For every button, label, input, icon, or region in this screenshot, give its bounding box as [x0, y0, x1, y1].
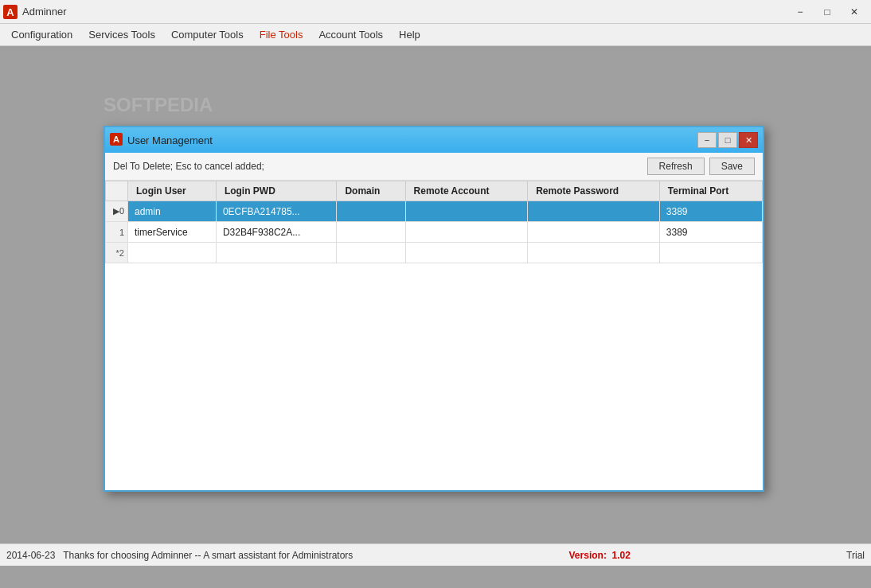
save-button[interactable]: Save: [709, 158, 755, 175]
table-row[interactable]: *2: [106, 243, 763, 263]
dialog-minimize-button[interactable]: −: [697, 132, 717, 148]
table-header-row: Login User Login PWD Domain Remote Accou…: [106, 181, 763, 201]
main-title-bar: A Adminner − □ ✕: [0, 0, 871, 24]
menu-bar: Configuration Services Tools Computer To…: [0, 24, 871, 46]
title-bar-left: A Adminner: [3, 5, 67, 19]
terminal-port-cell[interactable]: 3389: [659, 201, 762, 222]
menu-item-file-tools[interactable]: File Tools: [252, 24, 311, 46]
dialog-table-area: Login User Login PWD Domain Remote Accou…: [105, 181, 763, 490]
terminal-port-cell[interactable]: 3389: [659, 222, 762, 243]
status-date: 2014-06-23: [6, 550, 55, 561]
svg-text:A: A: [113, 134, 119, 144]
menu-item-services-tools[interactable]: Services Tools: [80, 24, 163, 46]
menu-item-configuration[interactable]: Configuration: [3, 24, 80, 46]
login-pwd-cell[interactable]: 0ECFBA214785...: [216, 201, 337, 222]
dialog-title: User Management: [127, 134, 213, 146]
login-pwd-cell[interactable]: D32B4F938C2A...: [216, 222, 337, 243]
table-row[interactable]: ▶0admin0ECFBA214785...3389: [106, 201, 763, 222]
remote-password-cell[interactable]: [528, 222, 660, 243]
remote-password-cell[interactable]: [528, 243, 660, 263]
col-header-domain: Domain: [337, 181, 405, 201]
svg-text:A: A: [6, 6, 14, 18]
remote-account-cell[interactable]: [405, 222, 528, 243]
menu-item-help[interactable]: Help: [391, 24, 428, 46]
version-label: Version:: [569, 550, 607, 561]
col-header-login-user: Login User: [128, 181, 217, 201]
dialog-title-left: A User Management: [110, 133, 213, 148]
menu-item-account-tools[interactable]: Account Tools: [311, 24, 391, 46]
menu-item-computer-tools[interactable]: Computer Tools: [163, 24, 252, 46]
remote-account-cell[interactable]: [405, 201, 528, 222]
status-version: Version: 1.02: [569, 550, 631, 561]
row-indicator-cell[interactable]: 1: [106, 222, 128, 243]
main-content: SOFTPEDIA A User Management − □ ✕ D: [0, 46, 871, 566]
domain-cell[interactable]: [337, 201, 405, 222]
status-license: Trial: [846, 550, 865, 561]
terminal-port-cell[interactable]: [659, 243, 762, 263]
close-button[interactable]: ✕: [841, 2, 868, 21]
status-message: Thanks for choosing Adminner -- A smart …: [63, 550, 353, 561]
dialog-controls: − □ ✕: [697, 132, 758, 148]
refresh-button[interactable]: Refresh: [647, 158, 705, 175]
row-indicator-cell[interactable]: ▶0: [106, 201, 128, 222]
app-title: Adminner: [22, 6, 67, 18]
col-header-remote-account: Remote Account: [405, 181, 528, 201]
status-bar: 2014-06-23 Thanks for choosing Adminner …: [0, 543, 871, 566]
watermark: SOFTPEDIA: [104, 94, 213, 116]
status-left: 2014-06-23 Thanks for choosing Adminner …: [6, 550, 353, 561]
table-row[interactable]: 1timerServiceD32B4F938C2A...3389: [106, 222, 763, 243]
col-header-terminal-port: Terminal Port: [659, 181, 762, 201]
maximize-button[interactable]: □: [814, 2, 841, 21]
domain-cell[interactable]: [337, 243, 405, 263]
col-header-login-pwd: Login PWD: [216, 181, 337, 201]
remote-account-cell[interactable]: [405, 243, 528, 263]
minimize-button[interactable]: −: [787, 2, 814, 21]
version-number: 1.02: [612, 550, 631, 561]
remote-password-cell[interactable]: [528, 201, 660, 222]
domain-cell[interactable]: [337, 222, 405, 243]
dialog-hint: Del To Delete; Esc to cancel added;: [113, 161, 264, 172]
login-pwd-cell[interactable]: [216, 243, 337, 263]
col-header-indicator: [106, 181, 128, 201]
dialog-title-bar: A User Management − □ ✕: [105, 127, 763, 153]
row-indicator-cell[interactable]: *2: [106, 243, 128, 263]
dialog-icon: A: [110, 133, 123, 148]
login-user-cell[interactable]: [128, 243, 217, 263]
user-table: Login User Login PWD Domain Remote Accou…: [105, 181, 763, 263]
title-bar-controls: − □ ✕: [787, 2, 868, 21]
dialog-maximize-button[interactable]: □: [718, 132, 737, 148]
col-header-remote-password: Remote Password: [528, 181, 660, 201]
dialog-toolbar-buttons: Refresh Save: [647, 158, 755, 175]
dialog-close-button[interactable]: ✕: [739, 132, 758, 148]
login-user-cell[interactable]: admin: [128, 201, 217, 222]
user-management-dialog: A User Management − □ ✕ Del To Delete; E…: [104, 126, 764, 492]
dialog-toolbar: Del To Delete; Esc to cancel added; Refr…: [105, 153, 763, 181]
login-user-cell[interactable]: timerService: [128, 222, 217, 243]
app-icon: A: [3, 5, 18, 19]
